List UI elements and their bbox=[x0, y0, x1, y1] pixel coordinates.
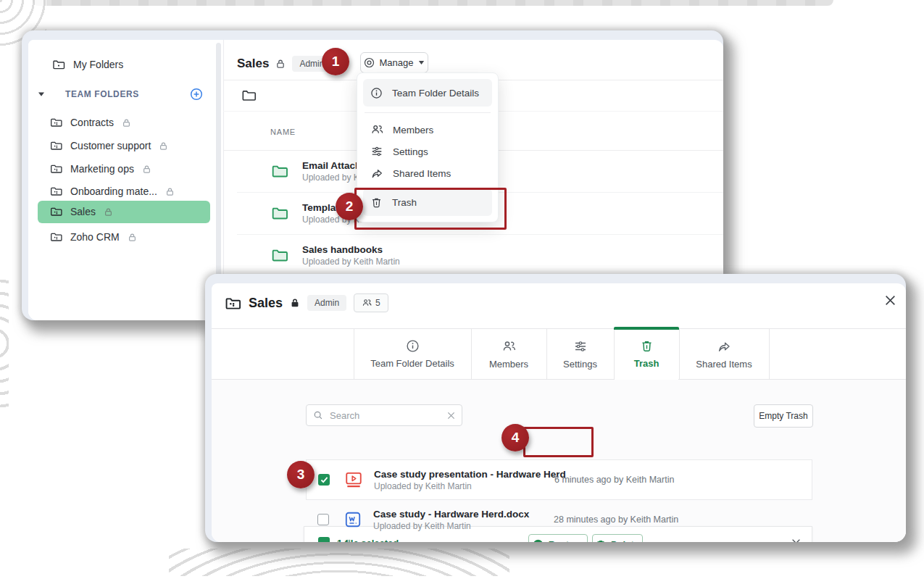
folder-icon bbox=[270, 162, 289, 180]
sidebar-section-team-folders[interactable]: TEAM FOLDERS bbox=[38, 89, 139, 99]
members-icon bbox=[362, 298, 372, 308]
file-name: Sales handbooks bbox=[302, 243, 400, 256]
screenshot-stage: My Folders TEAM FOLDERS Contracts bbox=[0, 0, 924, 579]
active-tab-indicator bbox=[614, 327, 679, 330]
tab-label: Team Folder Details bbox=[370, 358, 454, 369]
file-name: Case study presentation - Hardware Herd bbox=[374, 468, 566, 480]
team-folder-icon bbox=[225, 295, 241, 312]
team-folder-icon bbox=[51, 206, 62, 217]
annotation-badge-4: 4 bbox=[501, 424, 529, 451]
annotation-badge-2: 2 bbox=[336, 193, 363, 220]
settings-sliders-icon bbox=[370, 145, 383, 158]
tab-label: Shared Items bbox=[696, 359, 752, 370]
tab-label: Trash bbox=[634, 358, 659, 369]
annotation-rect-restore bbox=[523, 427, 594, 457]
caret-down-icon bbox=[418, 60, 425, 65]
manage-button[interactable]: Manage bbox=[360, 52, 428, 73]
torn-edge-left bbox=[0, 280, 9, 407]
manage-label: Manage bbox=[380, 58, 414, 67]
sidebar-item-contracts[interactable]: Contracts bbox=[51, 117, 131, 128]
menu-item-label: Members bbox=[393, 125, 433, 136]
members-icon bbox=[370, 123, 383, 136]
members-count-badge: 5 bbox=[354, 293, 388, 312]
file-name: Case study - Hardware Herd.docx bbox=[373, 508, 529, 520]
sidebar-item-marketing-ops[interactable]: Marketing ops bbox=[51, 163, 151, 175]
sidebar-item-label: Contracts bbox=[70, 117, 114, 128]
document-file-icon bbox=[344, 510, 362, 529]
folder-icon bbox=[270, 204, 289, 222]
badge-number: 1 bbox=[332, 54, 340, 70]
settings-sliders-icon bbox=[573, 339, 588, 354]
lock-icon bbox=[165, 187, 175, 196]
sidebar-item-customer-support[interactable]: Customer support bbox=[51, 140, 168, 151]
menu-item-members[interactable]: Members bbox=[363, 119, 492, 141]
lock-icon bbox=[159, 141, 168, 151]
menu-divider bbox=[365, 112, 491, 113]
menu-item-settings[interactable]: Settings bbox=[363, 141, 492, 162]
menu-item-shared-items[interactable]: Shared Items bbox=[363, 162, 492, 184]
lock-icon bbox=[104, 207, 113, 217]
trash-icon bbox=[640, 339, 654, 353]
clear-search-icon[interactable] bbox=[447, 412, 455, 420]
menu-item-label: Team Folder Details bbox=[392, 88, 479, 99]
tab-label: Settings bbox=[563, 359, 597, 370]
members-count: 5 bbox=[375, 299, 380, 307]
team-folder-panel-window: Sales Admin 5 Team Folder bbox=[205, 274, 906, 542]
column-header-name: NAME bbox=[270, 128, 296, 136]
sidebar-item-my-folders[interactable]: My Folders bbox=[52, 58, 123, 71]
folder-header: Sales Admin bbox=[237, 56, 331, 72]
info-icon bbox=[406, 339, 420, 353]
chevron-down-icon[interactable] bbox=[38, 91, 45, 97]
file-checkbox[interactable] bbox=[317, 514, 329, 525]
close-icon[interactable] bbox=[884, 294, 897, 307]
trash-file-row[interactable]: Case study - Hardware Herd.docx Uploaded… bbox=[306, 500, 812, 539]
restore-icon bbox=[533, 539, 544, 543]
file-checkbox[interactable] bbox=[318, 474, 330, 486]
tab-members[interactable]: Members bbox=[472, 329, 546, 379]
share-arrow-icon bbox=[370, 167, 383, 180]
tab-team-folder-details[interactable]: Team Folder Details bbox=[354, 329, 470, 379]
empty-trash-button[interactable]: Empty Trash bbox=[754, 404, 813, 428]
lock-icon bbox=[128, 233, 137, 242]
sidebar-item-label: Onboarding mate... bbox=[70, 186, 157, 197]
sidebar-item-label: Customer support bbox=[70, 140, 151, 151]
annotation-badge-1: 1 bbox=[322, 48, 349, 75]
folder-icon bbox=[270, 246, 289, 264]
breadcrumb-folder-icon[interactable] bbox=[241, 88, 257, 103]
badge-number: 2 bbox=[346, 199, 354, 214]
annotation-rect-trash bbox=[354, 188, 507, 230]
lock-icon bbox=[275, 59, 286, 69]
role-badge: Admin bbox=[307, 295, 346, 311]
team-folder-icon bbox=[51, 231, 62, 243]
tab-label: Members bbox=[489, 359, 528, 370]
file-meta: Uploaded by Keith Martin bbox=[373, 520, 529, 532]
file-time: 6 minutes ago by Keith Martin bbox=[554, 475, 674, 485]
tab-shared-items[interactable]: Shared Items bbox=[680, 329, 768, 379]
sidebar-item-label: Sales bbox=[70, 206, 96, 217]
tab-trash[interactable]: Trash bbox=[615, 329, 678, 379]
members-icon bbox=[501, 339, 516, 354]
team-folder-icon bbox=[51, 163, 62, 175]
menu-item-label: Shared Items bbox=[393, 168, 451, 179]
tab-separator bbox=[769, 328, 770, 379]
sidebar-item-sales[interactable]: Sales bbox=[51, 206, 113, 217]
torn-edge-top bbox=[33, 0, 833, 6]
search-input[interactable] bbox=[328, 409, 442, 422]
sidebar-item-onboarding-materials[interactable]: Onboarding mate... bbox=[51, 186, 175, 197]
search-box bbox=[306, 404, 462, 426]
menu-item-team-folder-details[interactable]: Team Folder Details bbox=[363, 79, 492, 107]
share-arrow-icon bbox=[717, 339, 731, 354]
tab-settings[interactable]: Settings bbox=[547, 329, 613, 379]
trash-file-row[interactable]: Case study presentation - Hardware Herd … bbox=[306, 459, 812, 500]
lock-filled-icon bbox=[290, 298, 300, 308]
delete-label: Delete bbox=[611, 539, 639, 543]
section-label: TEAM FOLDERS bbox=[65, 89, 139, 99]
add-team-folder-button[interactable] bbox=[190, 88, 203, 101]
table-row[interactable]: Sales handbooks Uploaded by Keith Martin bbox=[237, 234, 723, 277]
badge-number: 4 bbox=[512, 430, 520, 446]
panel-header: Sales Admin 5 bbox=[225, 293, 388, 312]
panel-title: Sales bbox=[249, 296, 283, 311]
sidebar-item-zoho-crm[interactable]: Zoho CRM bbox=[51, 231, 137, 243]
sidebar: My Folders TEAM FOLDERS Contracts bbox=[28, 40, 224, 320]
info-icon bbox=[370, 87, 383, 99]
